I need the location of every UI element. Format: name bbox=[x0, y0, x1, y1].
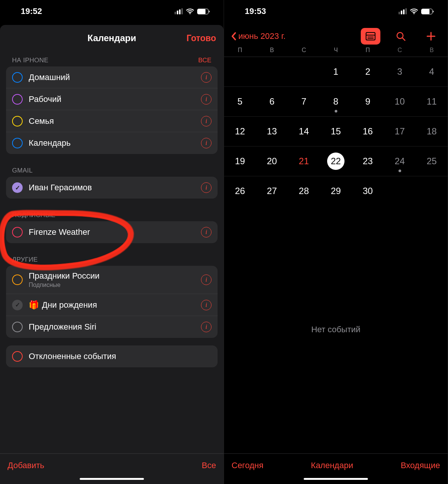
day-cell[interactable]: 30 bbox=[352, 176, 384, 206]
events-list: Нет событий bbox=[224, 206, 448, 453]
event-dot bbox=[335, 110, 337, 113]
day-cell[interactable]: 4 bbox=[416, 57, 448, 86]
sheet-title: Календари bbox=[87, 33, 136, 43]
calendar-checkbox[interactable] bbox=[12, 72, 23, 83]
day-number: 19 bbox=[235, 156, 245, 166]
show-all-button[interactable]: Все bbox=[202, 461, 216, 470]
day-cell[interactable]: 26 bbox=[224, 176, 256, 206]
search-button[interactable] bbox=[391, 28, 411, 45]
day-number: 16 bbox=[363, 126, 373, 137]
section-header: ДРУГИЕ bbox=[6, 251, 218, 266]
info-button[interactable]: i bbox=[201, 182, 212, 193]
clock: 19:52 bbox=[21, 6, 42, 16]
calendar-checkbox[interactable]: ✓ bbox=[12, 182, 23, 193]
calendar-label: Рабочий bbox=[29, 94, 201, 104]
calendar-row[interactable]: ✓Иван Герасимовi bbox=[6, 177, 218, 199]
info-button[interactable]: i bbox=[201, 300, 212, 310]
calendar-checkbox[interactable] bbox=[12, 227, 23, 237]
calendar-row[interactable]: ✓🎁Дни рожденияi bbox=[6, 294, 218, 316]
day-cell[interactable]: 27 bbox=[256, 176, 288, 206]
day-cell[interactable]: 23 bbox=[352, 146, 384, 176]
list-view-button[interactable] bbox=[361, 28, 380, 45]
day-cell[interactable]: 8 bbox=[320, 87, 352, 116]
today-button[interactable]: Сегодня bbox=[232, 461, 263, 470]
day-cell[interactable]: 16 bbox=[352, 117, 384, 146]
day-cell[interactable]: 20 bbox=[256, 146, 288, 176]
calendar-row[interactable]: Календарьi bbox=[6, 132, 218, 154]
day-cell[interactable]: 9 bbox=[352, 87, 384, 116]
calendars-button[interactable]: Календари bbox=[311, 461, 353, 470]
day-cell[interactable]: 12 bbox=[224, 117, 256, 146]
day-cell[interactable]: 21 bbox=[288, 146, 320, 176]
day-cell[interactable]: 24 bbox=[384, 146, 416, 176]
day-cell[interactable]: 5 bbox=[224, 87, 256, 116]
calendar-label: Календарь bbox=[29, 138, 201, 148]
info-button[interactable]: i bbox=[201, 94, 212, 105]
calendar-row[interactable]: Семьяi bbox=[6, 110, 218, 132]
calendar-row[interactable]: Firenze Weatheri bbox=[6, 221, 218, 243]
day-cell[interactable]: 11 bbox=[416, 87, 448, 116]
day-number: 21 bbox=[299, 156, 309, 166]
calendar-label: Домашний bbox=[29, 72, 201, 82]
day-cell[interactable]: 25 bbox=[416, 146, 448, 176]
calendar-checkbox[interactable] bbox=[12, 94, 23, 105]
calendar-checkbox[interactable] bbox=[12, 138, 23, 148]
calendars-list[interactable]: НА IPHONEВСЕДомашнийiРабочийiСемьяiКален… bbox=[0, 51, 224, 453]
day-cell[interactable]: 2 bbox=[352, 57, 384, 86]
calendar-row[interactable]: Праздники РоссииПодписныеi bbox=[6, 266, 218, 294]
day-cell[interactable]: 17 bbox=[384, 117, 416, 146]
day-number: 23 bbox=[363, 156, 373, 166]
calendar-checkbox[interactable] bbox=[12, 322, 23, 332]
calendar-row[interactable]: Отклоненные события bbox=[6, 345, 218, 367]
day-cell bbox=[288, 57, 320, 86]
day-number: 12 bbox=[235, 126, 245, 137]
day-cell[interactable]: 28 bbox=[288, 176, 320, 206]
weekday-label: С bbox=[384, 47, 416, 54]
day-cell[interactable]: 22 bbox=[320, 146, 352, 176]
calendar-checkbox[interactable] bbox=[12, 274, 23, 285]
info-button[interactable]: i bbox=[201, 227, 212, 237]
day-cell[interactable]: 7 bbox=[288, 87, 320, 116]
info-button[interactable]: i bbox=[201, 116, 212, 126]
info-button[interactable]: i bbox=[201, 322, 212, 332]
calendar-checkbox[interactable]: ✓ bbox=[12, 300, 23, 310]
day-cell[interactable]: 14 bbox=[288, 117, 320, 146]
calendar-checkbox[interactable] bbox=[12, 351, 23, 362]
calendar-group: Праздники РоссииПодписныеi✓🎁Дни рождения… bbox=[6, 266, 218, 338]
inbox-button[interactable]: Входящие bbox=[401, 461, 440, 470]
calendar-row[interactable]: Рабочийi bbox=[6, 88, 218, 110]
calendar-label: 🎁Дни рождения bbox=[29, 300, 201, 310]
day-cell[interactable]: 3 bbox=[384, 57, 416, 86]
day-cell[interactable]: 29 bbox=[320, 176, 352, 206]
calendar-row[interactable]: Домашнийi bbox=[6, 66, 218, 88]
day-cell[interactable]: 13 bbox=[256, 117, 288, 146]
calendar-group: Отклоненные события bbox=[6, 345, 218, 367]
day-cell[interactable]: 15 bbox=[320, 117, 352, 146]
week-row: 19202122232425 bbox=[224, 146, 448, 176]
section-action[interactable]: ВСЕ bbox=[198, 57, 212, 64]
add-calendar-button[interactable]: Добавить bbox=[8, 461, 44, 470]
day-cell[interactable]: 6 bbox=[256, 87, 288, 116]
day-cell[interactable]: 18 bbox=[416, 117, 448, 146]
calendar-checkbox[interactable] bbox=[12, 116, 23, 126]
back-button[interactable]: июнь 2023 г. bbox=[231, 31, 286, 41]
add-event-button[interactable] bbox=[421, 28, 441, 45]
week-row: 1234 bbox=[224, 57, 448, 87]
day-cell[interactable]: 19 bbox=[224, 146, 256, 176]
day-cell[interactable]: 10 bbox=[384, 87, 416, 116]
calendar-label: Предложения Siri bbox=[29, 322, 201, 332]
home-indicator[interactable] bbox=[224, 473, 448, 484]
info-button[interactable]: i bbox=[201, 138, 212, 148]
calendar-row[interactable]: Предложения Sirii bbox=[6, 316, 218, 338]
info-button[interactable]: i bbox=[201, 72, 212, 83]
status-icons bbox=[175, 8, 209, 14]
home-indicator[interactable] bbox=[0, 473, 224, 484]
day-number: 5 bbox=[238, 96, 243, 107]
done-button[interactable]: Готово bbox=[187, 33, 216, 43]
calendar-subtitle: Подписные bbox=[29, 282, 201, 288]
day-cell bbox=[224, 57, 256, 86]
day-number: 13 bbox=[267, 126, 277, 137]
day-cell[interactable]: 1 bbox=[320, 57, 352, 86]
day-number: 7 bbox=[301, 96, 306, 107]
info-button[interactable]: i bbox=[201, 274, 212, 285]
